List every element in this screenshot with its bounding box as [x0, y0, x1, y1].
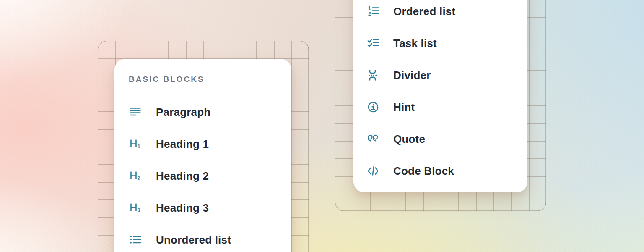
menu-item-divider[interactable]: Divider — [353, 59, 527, 91]
svg-text:2: 2 — [368, 11, 371, 17]
menu-item-label: Ordered list — [393, 5, 455, 18]
menu-item-quote[interactable]: Quote — [353, 123, 527, 155]
menu-item-paragraph[interactable]: Paragraph — [114, 96, 291, 128]
unordered-list-icon — [129, 234, 142, 246]
hint-icon — [367, 101, 379, 113]
menu-item-ordered-list[interactable]: 1 2 Ordered list — [353, 0, 527, 27]
menu-item-label: Heading 1 — [156, 138, 209, 151]
menu-item-label: Quote — [393, 133, 425, 146]
menu-item-unordered-list[interactable]: Unordered list — [114, 224, 291, 252]
svg-text:1: 1 — [368, 5, 371, 11]
paragraph-icon — [129, 106, 142, 118]
menu-item-heading-3[interactable]: 3 Heading 3 — [114, 192, 291, 224]
svg-text:1: 1 — [137, 143, 140, 150]
menu-item-label: Divider — [393, 69, 431, 82]
menu-item-hint[interactable]: Hint — [353, 91, 527, 123]
menu-item-code-block[interactable]: Code Block — [353, 155, 527, 187]
code-block-icon — [367, 165, 379, 177]
menu-item-label: Unordered list — [156, 234, 231, 247]
blocks-menu-continued: 1 2 Ordered list Task list Divider — [353, 0, 527, 192]
heading-1-icon: 1 — [129, 138, 142, 150]
menu-item-label: Code Block — [393, 165, 454, 178]
divider-icon — [367, 69, 379, 81]
ordered-list-icon: 1 2 — [367, 5, 379, 18]
svg-text:2: 2 — [137, 175, 140, 181]
menu-item-label: Heading 2 — [156, 170, 209, 183]
section-label-basic-blocks: BASIC BLOCKS — [129, 74, 291, 85]
menu-item-label: Hint — [393, 101, 415, 114]
menu-item-heading-2[interactable]: 2 Heading 2 — [114, 160, 291, 192]
basic-blocks-menu: BASIC BLOCKS Paragraph 1 Heading 1 2 — [114, 59, 291, 252]
quote-icon — [367, 133, 379, 145]
basic-blocks-list: Paragraph 1 Heading 1 2 Heading 2 — [114, 96, 291, 252]
menu-item-heading-1[interactable]: 1 Heading 1 — [114, 128, 291, 160]
heading-3-icon: 3 — [129, 202, 142, 214]
menu-item-label: Heading 3 — [156, 202, 209, 215]
menu-item-label: Task list — [393, 37, 437, 50]
menu-item-task-list[interactable]: Task list — [353, 27, 527, 59]
heading-2-icon: 2 — [129, 170, 142, 182]
menu-item-label: Paragraph — [156, 106, 210, 119]
editor-blocks-showcase: BASIC BLOCKS Paragraph 1 Heading 1 2 — [0, 0, 644, 252]
svg-text:3: 3 — [137, 207, 140, 213]
task-list-icon — [367, 37, 379, 50]
